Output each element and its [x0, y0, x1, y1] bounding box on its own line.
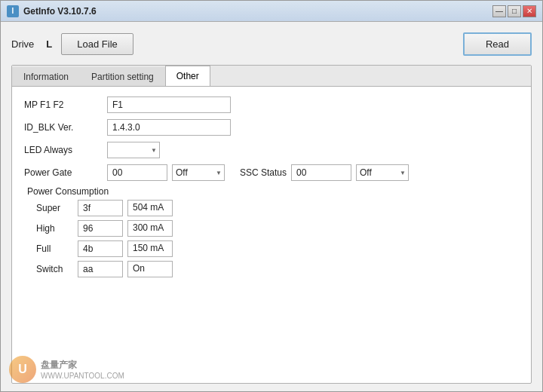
watermark: U 盘量产家 WWW.UPANTOOL.COM [9, 356, 124, 383]
ssc-status-dropdown-wrapper: Off On [356, 164, 409, 181]
power-super-row: Super 504 mA [36, 200, 519, 216]
tab-partition-setting[interactable]: Partition setting [80, 67, 165, 86]
window-title: GetInfo V3.10.7.6 [23, 6, 492, 17]
power-gate-row: Power Gate Off On SSC Status [24, 164, 519, 182]
mp-f1-f2-row: MP F1 F2 [24, 96, 519, 114]
tabs: Information Partition setting Other [12, 66, 531, 87]
maximize-button[interactable]: □ [508, 5, 521, 17]
power-super-unit: 504 mA [127, 200, 173, 216]
power-full-input[interactable] [78, 240, 123, 257]
window-controls: — □ ✕ [492, 5, 536, 17]
power-full-row: Full 150 mA [36, 240, 519, 257]
ssc-status-dropdown[interactable]: Off On [356, 164, 409, 181]
id-blk-ver-row: ID_BLK Ver. [24, 118, 519, 136]
drive-value: L [46, 38, 52, 50]
ssc-status-input[interactable] [291, 164, 351, 181]
tab-other[interactable]: Other [165, 66, 210, 86]
watermark-text: 盘量产家 WWW.UPANTOOL.COM [41, 359, 124, 380]
power-high-row: High 300 mA [36, 220, 519, 237]
power-high-unit: 300 mA [127, 220, 173, 237]
mp-f1-f2-input[interactable] [107, 96, 231, 113]
power-gate-group: Off On [107, 164, 225, 181]
power-switch-label: Switch [36, 264, 78, 274]
power-gate-label: Power Gate [24, 167, 107, 178]
power-high-label: High [36, 223, 78, 234]
other-tab-content: MP F1 F2 ID_BLK Ver. LED Always [12, 87, 531, 290]
read-button[interactable]: Read [463, 32, 532, 56]
led-always-dropdown[interactable] [107, 142, 160, 158]
power-switch-unit: On [127, 261, 173, 277]
ssc-status-group: SSC Status Off On [240, 164, 409, 181]
app-icon: I [7, 5, 19, 17]
led-always-dropdown-wrapper [107, 142, 160, 158]
power-full-label: Full [36, 243, 78, 254]
power-high-input[interactable] [78, 220, 123, 237]
minimize-button[interactable]: — [492, 5, 506, 17]
power-switch-input[interactable] [78, 261, 123, 277]
power-super-input[interactable] [78, 200, 123, 216]
main-window: I GetInfo V3.10.7.6 — □ ✕ Drive L Load F… [0, 0, 543, 392]
id-blk-ver-label: ID_BLK Ver. [24, 122, 107, 133]
power-consumption-label: Power Consumption [24, 186, 519, 197]
power-consumption-table: Super 504 mA High 300 mA Full 150 m [36, 200, 519, 277]
power-gate-dropdown[interactable]: Off On [172, 164, 225, 181]
power-full-unit: 150 mA [127, 240, 173, 257]
content-area: Drive L Load File Read Information Parti… [1, 22, 542, 391]
tab-information[interactable]: Information [12, 67, 80, 86]
watermark-logo-icon: U [9, 356, 36, 383]
led-always-label: LED Always [24, 145, 107, 155]
ssc-status-label: SSC Status [240, 167, 287, 178]
mp-f1-f2-label: MP F1 F2 [24, 100, 107, 110]
power-super-label: Super [36, 203, 78, 213]
id-blk-ver-input[interactable] [107, 119, 231, 136]
power-switch-row: Switch On [36, 261, 519, 277]
power-gate-input[interactable] [107, 164, 167, 181]
drive-label: Drive [11, 38, 34, 50]
power-gate-dropdown-wrapper: Off On [172, 164, 225, 181]
led-always-row: LED Always [24, 141, 519, 159]
load-file-button[interactable]: Load File [61, 33, 133, 55]
title-bar: I GetInfo V3.10.7.6 — □ ✕ [1, 1, 542, 22]
close-button[interactable]: ✕ [523, 5, 536, 17]
toolbar: Drive L Load File Read [11, 29, 532, 59]
tab-panel: Information Partition setting Other MP F… [11, 65, 532, 384]
